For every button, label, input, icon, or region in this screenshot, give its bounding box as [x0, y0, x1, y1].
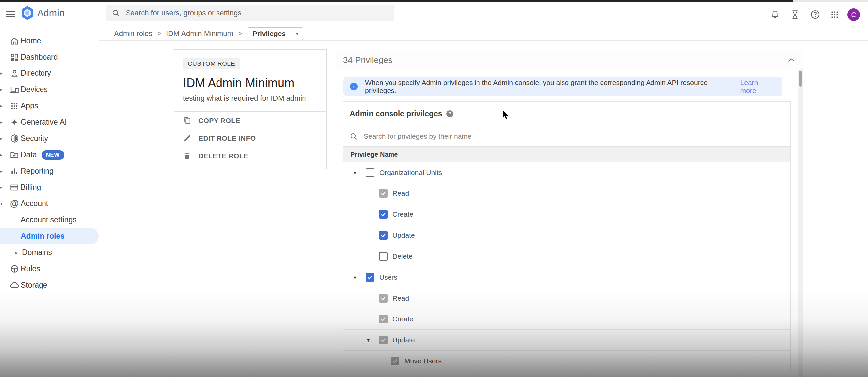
chevron-right-icon[interactable]: ▸ [0, 185, 5, 190]
expander-icon[interactable]: ▾ [365, 337, 372, 343]
panel-scrollbar-thumb[interactable] [799, 71, 802, 87]
custom-role-chip: CUSTOM ROLE [183, 58, 240, 69]
chevron-right-icon[interactable]: ▸ [0, 136, 5, 141]
account-at-icon: @ [9, 199, 19, 209]
sidebar-item-reporting[interactable]: ▸ Reporting [0, 163, 99, 179]
sparkle-icon [9, 117, 19, 127]
sidebar-item-label: Reporting [21, 167, 54, 176]
privileges-dropdown-label: Privileges [247, 28, 291, 39]
global-search[interactable] [105, 5, 395, 21]
video-progress-track [0, 0, 868, 2]
sidebar-item-label: Account [21, 199, 48, 208]
pending-tasks-hourglass-icon[interactable] [785, 5, 805, 25]
checkbox-users-update[interactable] [379, 336, 388, 344]
chevron-right-icon[interactable]: ▸ [0, 87, 5, 92]
avatar[interactable]: C [847, 8, 860, 21]
product-name: Admin [37, 8, 65, 19]
sidebar-item-billing[interactable]: ▸ Billing [0, 179, 99, 196]
sidebar-item-label: Storage [21, 281, 48, 290]
data-folder-icon [9, 150, 19, 160]
privilege-label: Update [393, 231, 415, 239]
admin-console-privileges-section: Admin console privileges ? Privilege Nam… [343, 102, 790, 371]
devices-icon [9, 85, 19, 95]
trash-icon [183, 152, 194, 160]
section-title: Admin console privileges [350, 109, 442, 118]
chevron-down-icon[interactable]: ▾ [0, 201, 5, 206]
chevron-right-icon[interactable]: ▸ [0, 71, 5, 76]
checkbox-users[interactable] [366, 273, 374, 282]
privilege-label: Read [393, 294, 409, 302]
section-help-icon[interactable]: ? [446, 110, 453, 117]
sidebar-item-apps[interactable]: ▸ Apps [0, 98, 99, 114]
delete-role-button[interactable]: DELETE ROLE [174, 147, 327, 165]
checkbox-update[interactable] [379, 231, 388, 240]
privilege-label: Read [393, 190, 409, 198]
checkbox-create[interactable] [379, 210, 388, 219]
privilege-row: Read [343, 183, 790, 204]
role-title: IDM Admin Minimum [183, 76, 327, 90]
expander-icon[interactable]: ▾ [352, 170, 358, 176]
sidebar-item-dashboard[interactable]: Dashboard [0, 49, 99, 65]
cloud-icon [9, 280, 19, 290]
notifications-bell-icon[interactable] [765, 5, 785, 25]
edit-role-info-button[interactable]: EDIT ROLE INFO [174, 129, 327, 147]
chevron-down-icon[interactable]: ▾ [291, 28, 303, 39]
chevron-right-icon[interactable]: ▸ [0, 120, 5, 125]
sidebar-item-label: Admin roles [21, 232, 65, 241]
privileges-count-title: 34 Privileges [343, 55, 393, 65]
privileges-dropdown-button[interactable]: Privileges ▾ [247, 27, 303, 40]
edit-role-info-label: EDIT ROLE INFO [198, 134, 256, 142]
chevron-right-icon[interactable]: ▸ [0, 104, 5, 108]
privileges-search[interactable] [343, 126, 790, 146]
panel-scrollbar-track[interactable] [798, 69, 803, 377]
privilege-row: Delete [343, 246, 790, 267]
chevron-right-icon[interactable]: ▸ [0, 152, 5, 157]
privileges-search-input[interactable] [364, 132, 762, 140]
chevron-right-icon[interactable]: ▸ [15, 250, 18, 255]
sidebar-item-account[interactable]: ▾ @ Account [0, 196, 99, 212]
sidebar-item-label: Rules [21, 264, 40, 273]
sidebar-item-admin-roles[interactable]: Admin roles [0, 228, 99, 244]
checkbox-move-users[interactable] [391, 357, 400, 365]
sidebar-item-security[interactable]: ▸ Security [0, 130, 99, 147]
video-progress-fill [0, 0, 793, 2]
privilege-label: Create [393, 210, 413, 219]
sidebar-item-rules[interactable]: Rules [0, 261, 99, 277]
menu-icon[interactable] [6, 11, 15, 18]
sidebar-item-label: Devices [21, 85, 48, 94]
sidebar-item-account-settings[interactable]: Account settings [0, 212, 99, 228]
global-search-input[interactable] [126, 9, 389, 17]
chevron-right-icon[interactable]: ▸ [0, 169, 5, 174]
copy-role-button[interactable]: COPY ROLE [174, 112, 327, 129]
privilege-row: ▾ Users [343, 267, 790, 288]
home-icon [9, 36, 19, 46]
chevron-up-icon[interactable] [788, 57, 795, 63]
expander-icon[interactable]: ▾ [352, 274, 358, 281]
sidebar-item-storage[interactable]: Storage [0, 277, 99, 293]
breadcrumb-role-name[interactable]: IDM Admin Minimum [166, 29, 234, 38]
sidebar-item-directory[interactable]: ▸ Directory [0, 65, 99, 82]
dashboard-icon [9, 52, 19, 62]
checkbox-users-read[interactable] [379, 294, 388, 302]
info-icon: i [350, 83, 358, 90]
admin-logo: Admin [21, 6, 65, 20]
help-icon[interactable] [805, 5, 825, 25]
sidebar-item-data[interactable]: ▸ Data NEW [0, 147, 99, 163]
sidebar-item-devices[interactable]: ▸ Devices [0, 82, 99, 98]
apps-grid-icon[interactable] [825, 5, 845, 25]
sidebar-item-label: Dashboard [21, 53, 58, 61]
role-card: CUSTOM ROLE IDM Admin Minimum testing wh… [174, 49, 327, 169]
sidebar-item-generative-ai[interactable]: ▸ Generative AI [0, 114, 99, 130]
sidebar-item-label: Domains [22, 248, 52, 257]
sidebar-item-domains[interactable]: ▸ Domains [0, 244, 99, 261]
checkbox-users-create[interactable] [379, 315, 388, 323]
checkbox-delete[interactable] [379, 252, 388, 261]
checkbox-read[interactable] [379, 189, 388, 198]
learn-more-link[interactable]: Learn more [741, 79, 776, 95]
billing-card-icon [9, 182, 19, 193]
privileges-panel-header[interactable]: 34 Privileges [336, 51, 803, 69]
checkbox-organizational-units[interactable] [366, 168, 374, 177]
breadcrumb-admin-roles[interactable]: Admin roles [114, 29, 152, 38]
sidebar-item-home[interactable]: Home [0, 33, 99, 49]
privilege-label: Users [379, 273, 398, 281]
